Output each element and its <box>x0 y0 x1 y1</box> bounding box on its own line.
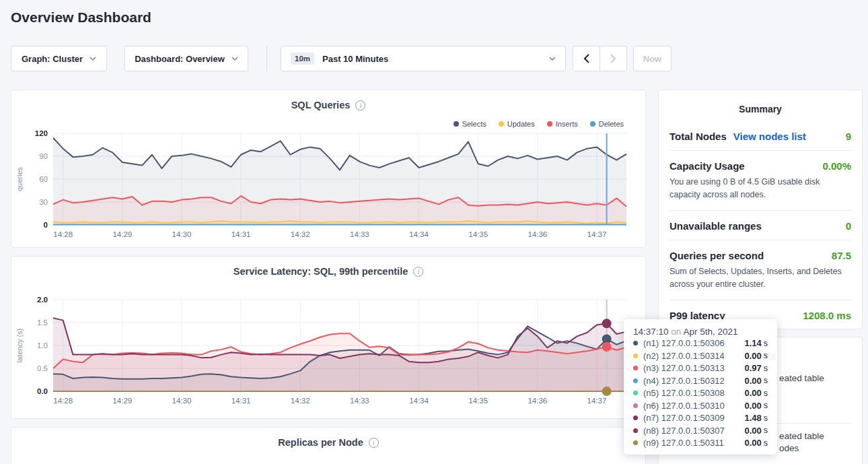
info-icon[interactable]: i <box>413 267 423 277</box>
svg-text:14:34: 14:34 <box>409 230 429 238</box>
node-latency-unit: s <box>764 438 768 448</box>
node-color-dot <box>633 428 638 433</box>
chevron-left-icon <box>583 54 589 63</box>
legend-dot <box>590 121 595 127</box>
now-button[interactable]: Now <box>633 46 672 71</box>
summary-stat-value: 9 <box>846 131 851 142</box>
node-latency-unit: s <box>764 426 768 435</box>
tooltip-node-row: (n3) 127.0.0.1:503130.97s <box>633 362 768 374</box>
overview-dashboard-page: Overview Dashboard Graph: Cluster Dashbo… <box>0 0 868 464</box>
event-item: eated table <box>779 431 824 441</box>
svg-text:14:36: 14:36 <box>528 230 547 238</box>
node-color-dot <box>633 440 638 445</box>
svg-text:14:35: 14:35 <box>468 230 488 238</box>
view-nodes-list-link[interactable]: View nodes list <box>733 131 806 142</box>
svg-text:1.0: 1.0 <box>37 341 48 350</box>
tooltip-node-row: (n1) 127.0.0.1:503061.14s <box>633 337 768 350</box>
svg-text:14:37: 14:37 <box>587 397 607 405</box>
chevron-down-icon <box>89 57 96 61</box>
time-range-dropdown[interactable]: 10m Past 10 Minutes <box>281 46 566 71</box>
info-icon[interactable]: i <box>369 438 379 448</box>
svg-text:latency (s): latency (s) <box>15 329 24 363</box>
sql-queries-legend: SelectsUpdatesInsertsDeletes <box>454 120 624 128</box>
summary-stat-label: Total Nodes <box>670 131 727 142</box>
node-latency-unit: s <box>764 351 768 360</box>
summary-stat-value: 0.00% <box>822 160 851 172</box>
svg-text:1.5: 1.5 <box>37 319 48 327</box>
node-latency-unit: s <box>764 339 768 348</box>
legend-item-inserts[interactable]: Inserts <box>547 120 578 128</box>
node-address: (n9) 127.0.0.1:50311 <box>643 438 744 448</box>
node-latency-value: 0.97 <box>744 363 761 373</box>
tooltip-node-row: (n7) 127.0.0.1:503091.48s <box>633 412 768 424</box>
legend-item-updates[interactable]: Updates <box>499 120 535 128</box>
summary-stat-label: Unavailable ranges <box>670 220 762 232</box>
legend-item-deletes[interactable]: Deletes <box>590 120 624 128</box>
replicas-chart-header: Replicas per Node i <box>11 428 645 448</box>
node-address: (n5) 127.0.0.1:50308 <box>643 388 744 398</box>
node-latency-unit: s <box>764 413 768 423</box>
svg-text:30: 30 <box>39 198 48 206</box>
node-color-dot <box>633 403 638 408</box>
node-address: (n6) 127.0.0.1:50310 <box>643 401 744 411</box>
legend-dot <box>454 121 459 127</box>
previous-timeframe-button[interactable] <box>573 46 600 71</box>
svg-text:14:30: 14:30 <box>172 230 192 238</box>
tooltip-node-row: (n8) 127.0.0.1:503070.00s <box>633 424 768 436</box>
legend-label: Deletes <box>599 120 624 128</box>
next-timeframe-button[interactable] <box>600 46 626 71</box>
summary-stat-value: 1208.0 ms <box>803 310 851 321</box>
event-item: odes <box>779 443 799 453</box>
summary-row: Total NodesView nodes list9 <box>670 121 851 151</box>
svg-text:14:33: 14:33 <box>350 230 369 238</box>
legend-dot <box>547 121 552 127</box>
graph-scope-dropdown[interactable]: Graph: Cluster <box>11 46 107 71</box>
node-latency-value: 0.00 <box>744 401 761 411</box>
svg-text:2.0: 2.0 <box>37 296 48 304</box>
node-latency-value: 0.00 <box>744 426 761 436</box>
summary-stat-value: 87.5 <box>832 250 851 261</box>
event-item: eated table <box>779 373 824 383</box>
chevron-down-icon <box>231 57 238 61</box>
legend-item-selects[interactable]: Selects <box>454 120 486 128</box>
node-address: (n4) 127.0.0.1:50312 <box>643 376 744 386</box>
graph-scope-label: Graph: Cluster <box>22 54 83 64</box>
summary-row: Queries per second87.5Sum of Selects, Up… <box>670 240 851 300</box>
dashboard-dropdown[interactable]: Dashboard: Overview <box>124 46 248 71</box>
sql-queries-chart[interactable]: 14:2814:2914:3014:3114:3214:3314:3414:35… <box>11 128 647 249</box>
node-color-dot <box>633 378 638 383</box>
service-latency-chart-header: Service Latency: SQL, 99th percentile i <box>11 257 645 277</box>
svg-text:90: 90 <box>39 152 48 160</box>
node-address: (n8) 127.0.0.1:50307 <box>643 426 744 436</box>
summary-stat-value: 0 <box>846 220 851 232</box>
time-range-label: Past 10 Minutes <box>322 54 541 64</box>
svg-text:14:29: 14:29 <box>112 230 132 238</box>
node-color-dot <box>633 366 638 370</box>
svg-text:0.5: 0.5 <box>37 364 48 372</box>
node-latency-unit: s <box>764 401 768 410</box>
info-icon[interactable]: i <box>355 100 365 110</box>
sql-queries-chart-card: SQL Queries i SelectsUpdatesInsertsDelet… <box>11 90 646 248</box>
svg-text:14:28: 14:28 <box>53 230 73 238</box>
legend-label: Inserts <box>556 120 578 128</box>
tooltip-node-row: (n9) 127.0.0.1:503110.00s <box>633 437 768 449</box>
chart-hover-tooltip: 14:37:10 on Apr 5th, 2021 (n1) 127.0.0.1… <box>624 319 777 455</box>
svg-text:14:29: 14:29 <box>112 397 132 405</box>
node-latency-value: 0.00 <box>744 438 761 448</box>
dashboard-label: Dashboard: Overview <box>135 54 225 64</box>
node-color-dot <box>633 354 638 358</box>
svg-text:14:37: 14:37 <box>587 230 607 238</box>
time-range-badge: 10m <box>291 53 314 65</box>
tooltip-node-row: (n4) 127.0.0.1:503120.00s <box>633 374 768 387</box>
node-address: (n1) 127.0.0.1:50306 <box>643 338 744 348</box>
svg-text:120: 120 <box>35 129 48 137</box>
page-title: Overview Dashboard <box>11 9 151 26</box>
summary-panel: Summary Total NodesView nodes list9Capac… <box>658 90 863 329</box>
node-latency-value: 0.00 <box>744 376 761 386</box>
chart-title: SQL Queries <box>291 100 351 110</box>
svg-text:14:33: 14:33 <box>350 397 369 405</box>
service-latency-chart[interactable]: 14:2814:2914:3014:3114:3214:3314:3414:35… <box>11 294 647 416</box>
controls-divider <box>266 46 267 71</box>
svg-text:14:36: 14:36 <box>528 397 547 405</box>
node-address: (n2) 127.0.0.1:50314 <box>643 351 744 361</box>
